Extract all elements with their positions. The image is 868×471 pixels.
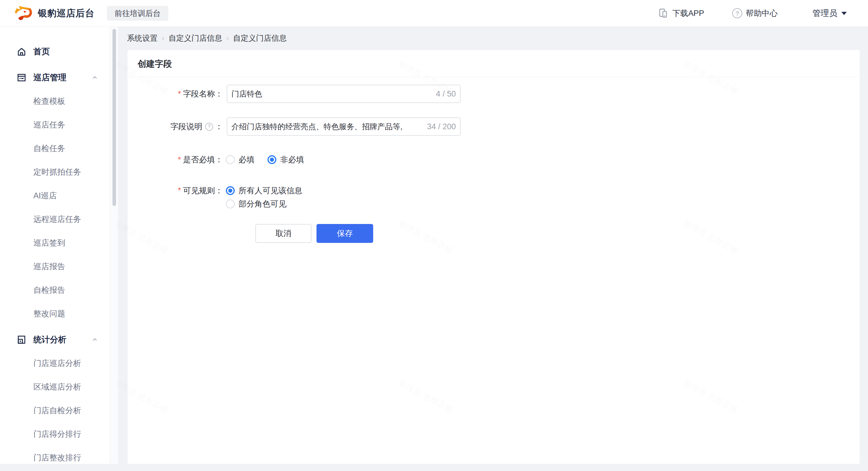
visibility-rule-row: * 可见规则： 所有人可见该信息 部分角色可见 [128, 184, 860, 211]
sidebar-item-13[interactable]: 门店巡店分析 [0, 351, 110, 375]
required-asterisk: * [178, 187, 181, 194]
create-field-card: 创建字段 * 字段名称： 4 / 50 字段说明 ： 34 / 200 [128, 50, 860, 464]
sidebar-item-label: 巡店签到 [33, 238, 65, 248]
sidebar-item-4[interactable]: 自检任务 [0, 137, 110, 160]
training-backend-button[interactable]: 前往培训后台 [107, 6, 168, 21]
sidebar-item-3[interactable]: 巡店任务 [0, 113, 110, 137]
breadcrumb-item-system-settings[interactable]: 系统设置 [127, 33, 158, 43]
sidebar-item-9[interactable]: 巡店报告 [0, 255, 110, 278]
visibility-rule-label: * 可见规则： [128, 184, 223, 197]
question-circle-icon [732, 8, 742, 18]
sidebar-item-label: 自检任务 [33, 143, 65, 154]
field-name-label: * 字段名称： [128, 85, 223, 103]
app-root: 银豹巡店后台 前往培训后台 下载APP 帮助中心 管理员 [0, 0, 868, 471]
required-rule-options: 必填 非必填 [226, 151, 304, 168]
chevron-up-icon[interactable] [92, 337, 98, 343]
sidebar-item-label: 门店自检分析 [33, 405, 81, 416]
field-desc-row: 字段说明 ： 34 / 200 [128, 118, 860, 136]
help-center-label: 帮助中心 [746, 8, 778, 19]
statistics-icon [16, 334, 27, 345]
radio-option-visible-all[interactable]: 所有人可见该信息 [226, 184, 302, 197]
breadcrumb-item-current: 自定义门店信息 [233, 33, 287, 43]
patrol-management-icon [16, 72, 27, 83]
sidebar-item-label: 检查模板 [33, 96, 65, 106]
field-name-input[interactable] [227, 85, 461, 103]
field-desc-label: 字段说明 ： [128, 118, 223, 136]
cancel-button[interactable]: 取消 [255, 224, 311, 243]
sidebar-item-label: 区域巡店分析 [33, 382, 81, 392]
radio-icon[interactable] [226, 186, 235, 195]
sidebar: 首页巡店管理检查模板巡店任务自检任务定时抓拍任务AI巡店远程巡店任务巡店签到巡店… [0, 27, 118, 464]
sidebar-item-14[interactable]: 区域巡店分析 [0, 375, 110, 399]
field-desc-input[interactable] [227, 118, 461, 136]
mobile-device-icon [657, 8, 669, 19]
card-title: 创建字段 [137, 58, 172, 70]
field-name-row: * 字段名称： 4 / 50 [128, 85, 860, 103]
app-title: 银豹巡店后台 [38, 7, 94, 20]
chevron-up-icon[interactable] [92, 74, 98, 81]
radio-option-visible-roles[interactable]: 部分角色可见 [226, 197, 302, 211]
save-button[interactable]: 保存 [316, 224, 373, 243]
sidebar-item-11[interactable]: 整改问题 [0, 302, 110, 325]
home-icon [16, 46, 27, 57]
radio-icon[interactable] [268, 155, 276, 164]
sidebar-item-label: 统计分析 [33, 334, 66, 345]
download-app-button[interactable]: 下载APP [657, 8, 704, 19]
sidebar-item-8[interactable]: 巡店签到 [0, 231, 110, 255]
sidebar-item-10[interactable]: 自检报告 [0, 278, 110, 302]
top-header: 银豹巡店后台 前往培训后台 下载APP 帮助中心 管理员 [0, 0, 868, 27]
user-name: 管理员 [812, 8, 837, 19]
sidebar-item-17[interactable]: 门店整改排行 [0, 446, 110, 464]
sidebar-item-label: 整改问题 [33, 308, 65, 319]
sidebar-item-2[interactable]: 检查模板 [0, 89, 110, 113]
radio-icon[interactable] [226, 199, 235, 208]
sidebar-item-label: AI巡店 [33, 190, 57, 201]
sidebar-item-label: 巡店报告 [33, 261, 65, 272]
required-asterisk: * [178, 156, 181, 164]
field-name-input-wrap: 4 / 50 [227, 85, 461, 103]
download-app-label: 下载APP [672, 8, 704, 19]
header-actions: 下载APP 帮助中心 管理员 [657, 0, 847, 27]
sidebar-item-12[interactable]: 统计分析 [0, 328, 110, 351]
breadcrumb: 系统设置 › 自定义门店信息 › 自定义门店信息 [127, 27, 287, 50]
visibility-rule-options: 所有人可见该信息 部分角色可见 [226, 184, 302, 211]
field-desc-input-wrap: 34 / 200 [227, 118, 461, 136]
sidebar-item-1[interactable]: 巡店管理 [0, 66, 110, 89]
card-title-divider [128, 77, 860, 77]
sidebar-scrollbar-track[interactable] [110, 27, 118, 464]
sidebar-item-label: 巡店任务 [33, 120, 65, 130]
sidebar-item-label: 门店得分排行 [33, 429, 81, 439]
sidebar-item-5[interactable]: 定时抓拍任务 [0, 160, 110, 184]
required-asterisk: * [178, 90, 181, 98]
sidebar-item-label: 定时抓拍任务 [33, 167, 81, 177]
breadcrumb-separator: › [162, 34, 164, 43]
sidebar-item-label: 首页 [33, 46, 50, 57]
sidebar-item-label: 门店整改排行 [33, 452, 81, 463]
user-menu[interactable]: 管理员 [812, 8, 847, 19]
radio-icon[interactable] [226, 155, 235, 164]
sidebar-item-7[interactable]: 远程巡店任务 [0, 208, 110, 231]
sidebar-item-6[interactable]: AI巡店 [0, 184, 110, 208]
required-rule-label: * 是否必填： [128, 151, 223, 168]
breadcrumb-separator: › [226, 34, 229, 43]
sidebar-nav: 首页巡店管理检查模板巡店任务自检任务定时抓拍任务AI巡店远程巡店任务巡店签到巡店… [0, 27, 110, 464]
sidebar-item-16[interactable]: 门店得分排行 [0, 422, 110, 446]
sidebar-item-label: 巡店管理 [33, 72, 66, 83]
leopard-logo-icon [13, 5, 32, 22]
sidebar-item-label: 自检报告 [33, 285, 65, 295]
radio-option-required[interactable]: 必填 [226, 153, 254, 166]
breadcrumb-item-custom-store-info[interactable]: 自定义门店信息 [168, 33, 222, 43]
sidebar-item-label: 远程巡店任务 [33, 214, 81, 225]
help-center-button[interactable]: 帮助中心 [732, 8, 778, 19]
sidebar-item-15[interactable]: 门店自检分析 [0, 399, 110, 422]
radio-option-not-required[interactable]: 非必填 [268, 153, 304, 166]
sidebar-scrollbar-thumb[interactable] [113, 29, 116, 206]
help-icon[interactable] [205, 123, 213, 131]
caret-down-icon [841, 12, 847, 15]
sidebar-item-0[interactable]: 首页 [0, 40, 110, 63]
sidebar-item-label: 门店巡店分析 [33, 358, 81, 369]
required-rule-row: * 是否必填： 必填 非必填 [128, 151, 860, 168]
